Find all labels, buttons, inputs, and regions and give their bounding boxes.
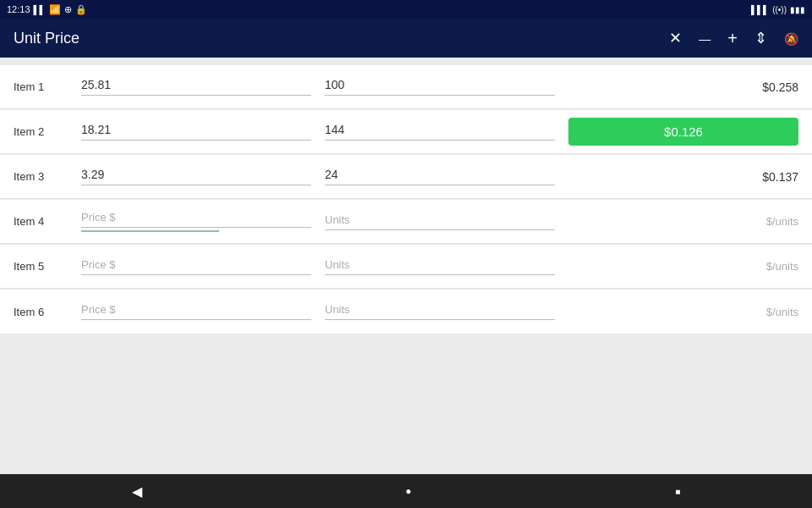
sim-icon: ▌▌ bbox=[34, 5, 46, 14]
table-row: Item 218.21144$0.126 bbox=[0, 110, 812, 154]
price-value-item2: 18.21 bbox=[81, 123, 111, 136]
title-bar: Unit Price bbox=[0, 19, 812, 58]
result-col-item6: $/units bbox=[568, 306, 798, 318]
price-col-item2[interactable]: 18.21 bbox=[81, 123, 325, 141]
units-underline-item6 bbox=[325, 319, 555, 320]
units-placeholder-item4: Units bbox=[325, 213, 350, 226]
status-bar-right: ▌▌▌ ((•)) ▮▮▮ bbox=[751, 5, 805, 14]
page-title: Unit Price bbox=[14, 30, 80, 47]
row-label-item3: Item 3 bbox=[14, 170, 81, 183]
row-label-item4: Item 4 bbox=[14, 215, 81, 228]
price-underline-item5 bbox=[81, 274, 311, 275]
add-icon[interactable] bbox=[727, 29, 738, 48]
back-button[interactable]: ◀ bbox=[132, 483, 142, 500]
battery-icon: ▮▮▮ bbox=[790, 5, 805, 14]
units-col-item4[interactable]: Units bbox=[325, 213, 568, 230]
price-progress-item4 bbox=[81, 230, 219, 232]
price-placeholder-item5: Price $ bbox=[81, 258, 115, 271]
bottom-navigation: ◀ ● ■ bbox=[0, 474, 812, 508]
units-col-item3[interactable]: 24 bbox=[325, 168, 568, 185]
units-underline-item3 bbox=[325, 185, 555, 185]
units-underline-item4 bbox=[325, 229, 555, 230]
units-value-item3: 24 bbox=[325, 168, 338, 181]
table-row: Item 5Price $Units$/units bbox=[0, 245, 812, 289]
recents-button[interactable]: ■ bbox=[675, 487, 680, 496]
units-placeholder-item6: Units bbox=[325, 303, 350, 316]
price-placeholder-item4: Price $ bbox=[81, 211, 115, 224]
price-col-item3[interactable]: 3.29 bbox=[81, 168, 325, 185]
units-col-item5[interactable]: Units bbox=[325, 258, 568, 275]
price-value-item3: 3.29 bbox=[81, 168, 104, 181]
result-col-item4: $/units bbox=[568, 215, 798, 228]
units-underline-item5 bbox=[325, 274, 555, 275]
result-placeholder-item5: $/units bbox=[766, 260, 798, 273]
price-col-item6[interactable]: Price $ bbox=[81, 303, 325, 320]
row-label-item2: Item 2 bbox=[14, 125, 81, 138]
home-button[interactable]: ● bbox=[405, 485, 411, 497]
units-value-item2: 144 bbox=[325, 123, 344, 136]
result-col-item3: $0.137 bbox=[568, 170, 798, 184]
units-col-item6[interactable]: Units bbox=[325, 303, 568, 320]
table-row: Item 33.2924$0.137 bbox=[0, 155, 812, 199]
result-placeholder-item4: $/units bbox=[766, 215, 798, 228]
row-label-item1: Item 1 bbox=[14, 80, 81, 93]
units-col-item2[interactable]: 144 bbox=[325, 123, 568, 141]
price-col-item5[interactable]: Price $ bbox=[81, 258, 325, 275]
price-underline-item1 bbox=[81, 95, 311, 96]
wifi-strength-icon: ((•)) bbox=[772, 5, 787, 14]
table-row: Item 4Price $Units$/units bbox=[0, 200, 812, 244]
main-content: Item 125.81100$0.258Item 218.21144$0.126… bbox=[0, 58, 812, 474]
row-label-item6: Item 6 bbox=[14, 306, 81, 318]
units-col-item1[interactable]: 100 bbox=[325, 78, 568, 96]
lock-icon: 🔒 bbox=[75, 4, 87, 15]
resize-icon[interactable] bbox=[754, 29, 767, 47]
status-time: 12:13 bbox=[7, 4, 30, 14]
result-col-item2: $0.126 bbox=[568, 118, 798, 146]
price-underline-item4 bbox=[81, 227, 311, 228]
units-placeholder-item5: Units bbox=[325, 258, 350, 271]
result-value-item3: $0.137 bbox=[762, 170, 798, 184]
status-bar-left: 12:13 ▌▌ 📶 ⊕ 🔒 bbox=[7, 4, 87, 15]
minimize-icon[interactable] bbox=[699, 30, 710, 47]
units-underline-item2 bbox=[325, 140, 555, 141]
result-col-item1: $0.258 bbox=[568, 80, 798, 94]
title-bar-actions bbox=[669, 29, 798, 48]
price-underline-item3 bbox=[81, 185, 311, 185]
units-underline-item1 bbox=[325, 95, 555, 96]
result-placeholder-item6: $/units bbox=[766, 306, 798, 318]
table-row: Item 125.81100$0.258 bbox=[0, 65, 812, 109]
wifi-icon: 📶 bbox=[49, 4, 61, 15]
status-bar: 12:13 ▌▌ 📶 ⊕ 🔒 ▌▌▌ ((•)) ▮▮▮ bbox=[0, 0, 812, 19]
price-col-item4[interactable]: Price $ bbox=[81, 211, 325, 232]
price-underline-item6 bbox=[81, 319, 311, 320]
signal-icon: ▌▌▌ bbox=[751, 5, 769, 14]
close-icon[interactable] bbox=[669, 29, 682, 47]
price-value-item1: 25.81 bbox=[81, 78, 111, 91]
result-col-item5: $/units bbox=[568, 260, 798, 273]
units-value-item1: 100 bbox=[325, 78, 344, 91]
price-placeholder-item6: Price $ bbox=[81, 303, 115, 316]
notifications-off-icon[interactable] bbox=[784, 30, 798, 47]
price-underline-item2 bbox=[81, 140, 311, 141]
result-highlighted-item2: $0.126 bbox=[568, 118, 798, 146]
gps-icon: ⊕ bbox=[64, 4, 72, 15]
row-label-item5: Item 5 bbox=[14, 260, 81, 273]
price-col-item1[interactable]: 25.81 bbox=[81, 78, 325, 96]
table-row: Item 6Price $Units$/units bbox=[0, 290, 812, 334]
result-value-item1: $0.258 bbox=[762, 80, 798, 94]
